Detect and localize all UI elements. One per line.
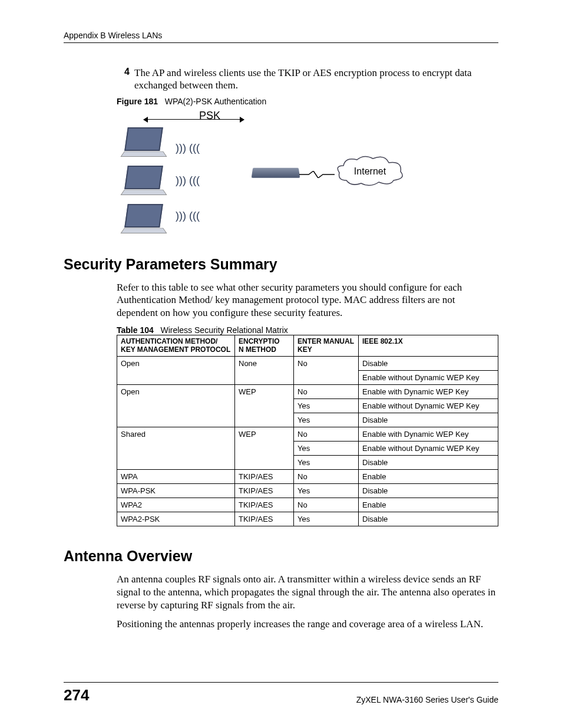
cell-key: Yes [294, 399, 359, 413]
cell-key: Yes [294, 484, 359, 498]
wireless-wave-icon: ))) ((( [176, 142, 200, 154]
cell-enc: WEP [235, 427, 294, 470]
cell-ieee: Enable without Dynamic WEP Key [359, 371, 498, 385]
figure-title: WPA(2)-PSK Authentication [165, 97, 266, 106]
laptop-icon [123, 166, 170, 198]
cell-auth: WPA [117, 470, 235, 484]
col-ieee: IEEE 802.1X [359, 335, 498, 357]
cell-enc: TKIP/AES [235, 512, 294, 526]
cell-key: Yes [294, 456, 359, 470]
table-title: Wireless Security Relational Matrix [160, 325, 287, 335]
cell-enc: TKIP/AES [235, 498, 294, 512]
cell-key: No [294, 357, 359, 385]
laptop-icon [123, 204, 170, 236]
cell-key: No [294, 470, 359, 484]
cell-ieee: Disable [359, 413, 498, 427]
paragraph: An antenna couples RF signals onto air. … [117, 573, 498, 611]
cell-key: No [294, 427, 359, 442]
cell-key: Yes [294, 413, 359, 427]
router-icon [252, 167, 300, 177]
list-number: 4 [117, 67, 130, 92]
cell-ieee: Disable [359, 484, 498, 498]
zigzag-connector-icon [299, 171, 335, 178]
cell-ieee: Enable without Dynamic WEP Key [359, 399, 498, 413]
section-heading-antenna: Antenna Overview [64, 548, 498, 565]
page-footer: 274 ZyXEL NWA-3160 Series User's Guide [64, 682, 498, 704]
wireless-wave-icon: ))) ((( [176, 174, 200, 187]
figure-label: Figure 181 [117, 97, 158, 106]
cell-auth: WPA2 [117, 498, 235, 512]
page-number: 274 [64, 686, 89, 704]
internet-label: Internet [354, 166, 386, 176]
cell-enc: None [235, 357, 294, 385]
cell-auth: Shared [117, 427, 235, 470]
list-text: The AP and wireless clients use the TKIP… [134, 67, 498, 92]
psk-arrow [144, 119, 244, 126]
wireless-wave-icon: ))) ((( [176, 210, 200, 222]
cell-enc: WEP [235, 385, 294, 427]
table-row: WPA-PSKTKIP/AESYesDisable [117, 484, 498, 498]
table-row: OpenNoneNoDisable [117, 357, 498, 371]
laptop-icon [123, 127, 170, 160]
cell-ieee: Disable [359, 357, 498, 371]
cell-key: No [294, 385, 359, 399]
table-row: WPATKIP/AESNoEnable [117, 470, 498, 484]
cell-auth: Open [117, 357, 235, 385]
table-row: WPA2TKIP/AESNoEnable [117, 498, 498, 512]
cell-ieee: Disable [359, 456, 498, 470]
table-label: Table 104 [117, 325, 154, 335]
ordered-list-item: 4 The AP and wireless clients use the TK… [117, 67, 498, 92]
paragraph: Positioning the antennas properly increa… [117, 618, 498, 631]
cell-key: Yes [294, 442, 359, 456]
col-key: ENTER MANUAL KEY [294, 335, 359, 357]
table-row: OpenWEPNoEnable with Dynamic WEP Key [117, 385, 498, 399]
cell-ieee: Enable [359, 470, 498, 484]
guide-title: ZyXEL NWA-3160 Series User's Guide [356, 695, 498, 704]
cell-enc: TKIP/AES [235, 484, 294, 498]
table-caption: Table 104 Wireless Security Relational M… [117, 325, 498, 335]
table-row: SharedWEPNoEnable with Dynamic WEP Key [117, 427, 498, 442]
section-heading-security: Security Parameters Summary [64, 256, 498, 273]
cell-ieee: Enable [359, 498, 498, 512]
figure-caption: Figure 181 WPA(2)-PSK Authentication [117, 97, 498, 106]
figure-diagram: PSK ))) ((( ))) ((( ))) ((( Internet [117, 110, 370, 239]
cell-ieee: Enable without Dynamic WEP Key [359, 442, 498, 456]
cell-enc: TKIP/AES [235, 470, 294, 484]
cell-key: No [294, 498, 359, 512]
cell-ieee: Enable with Dynamic WEP Key [359, 385, 498, 399]
cell-auth: WPA-PSK [117, 484, 235, 498]
paragraph: Refer to this table to see what other se… [117, 281, 498, 319]
cell-auth: WPA2-PSK [117, 512, 235, 526]
col-auth: AUTHENTICATION METHOD/ KEY MANAGEMENT PR… [117, 335, 235, 357]
table-header-row: AUTHENTICATION METHOD/ KEY MANAGEMENT PR… [117, 335, 498, 357]
cell-auth: Open [117, 385, 235, 427]
cell-ieee: Enable with Dynamic WEP Key [359, 427, 498, 442]
table-row: WPA2-PSKTKIP/AESYesDisable [117, 512, 498, 526]
col-enc: ENCRYPTIO N METHOD [235, 335, 294, 357]
running-header: Appendix B Wireless LANs [64, 31, 498, 43]
security-matrix-table: AUTHENTICATION METHOD/ KEY MANAGEMENT PR… [117, 335, 498, 527]
cell-ieee: Disable [359, 512, 498, 526]
cell-key: Yes [294, 512, 359, 526]
internet-cloud-icon: Internet [335, 154, 405, 189]
